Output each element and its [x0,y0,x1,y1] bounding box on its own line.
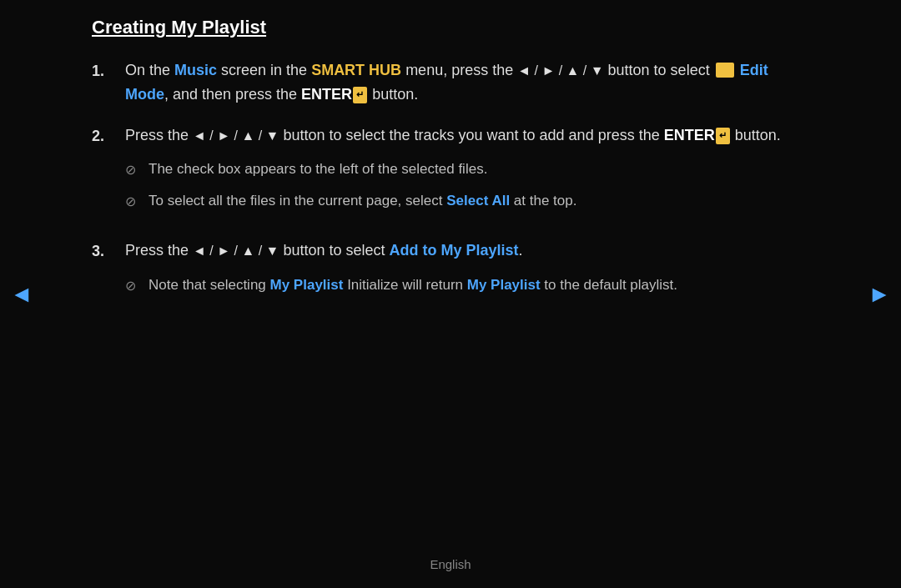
step-3-number: 3. [92,239,125,306]
select-all-text: Select All [446,193,510,209]
step-1: 1. On the Music screen in the SMART HUB … [92,58,809,107]
step-2-number: 2. [92,123,125,223]
note-icon-2-1: ⊘ [125,158,148,180]
add-to-playlist-text: Add to My Playlist [390,242,519,259]
music-link: Music [174,62,217,78]
step-1-number: 1. [92,58,125,107]
note-3-1: ⊘ Note that selecting My Playlist Initia… [125,274,809,296]
footer-language: English [430,557,471,571]
edit-mode-icon [716,63,734,78]
enter-label-1: ENTER [301,86,352,103]
note-icon-3-1: ⊘ [125,274,148,296]
note-text-2-1: The check box appears to the left of the… [148,158,809,180]
note-icon-2-2: ⊘ [125,190,148,212]
arrow-buttons-2: ◄ / ► / ▲ / ▼ [193,128,279,143]
step-3-content: Press the ◄ / ► / ▲ / ▼ button to select… [125,239,809,306]
note-2-2: ⊘ To select all the files in the current… [125,190,809,212]
smart-hub-text: SMART HUB [311,62,401,78]
nav-arrow-right[interactable]: ► [858,273,901,316]
nav-arrow-left[interactable]: ◄ [0,273,43,316]
step-2: 2. Press the ◄ / ► / ▲ / ▼ button to sel… [92,123,809,223]
note-2-1: ⊘ The check box appears to the left of t… [125,158,809,180]
step-1-content: On the Music screen in the SMART HUB men… [125,58,809,107]
enter-icon-1: ↵ [353,87,367,103]
note-text-2-2: To select all the files in the current p… [148,190,809,212]
enter-label-2: ENTER [664,127,715,143]
note-text-3-1: Note that selecting My Playlist Initiali… [148,274,809,296]
edit-mode-text: Edit Mode [125,62,768,103]
arrow-buttons-3: ◄ / ► / ▲ / ▼ [193,244,279,258]
my-playlist-text-2: My Playlist [467,277,541,293]
page-title: Creating My Playlist [92,17,266,38]
step-3-notes: ⊘ Note that selecting My Playlist Initia… [125,274,809,296]
my-playlist-text-1: My Playlist [270,277,344,293]
step-2-content: Press the ◄ / ► / ▲ / ▼ button to select… [125,123,809,223]
enter-icon-2: ↵ [716,128,730,144]
steps-list: 1. On the Music screen in the SMART HUB … [92,58,809,306]
main-content: Creating My Playlist 1. On the Music scr… [42,0,859,339]
step-2-notes: ⊘ The check box appears to the left of t… [125,158,809,212]
step-3: 3. Press the ◄ / ► / ▲ / ▼ button to sel… [92,239,809,306]
arrow-buttons-1: ◄ / ► / ▲ / ▼ [517,63,603,78]
